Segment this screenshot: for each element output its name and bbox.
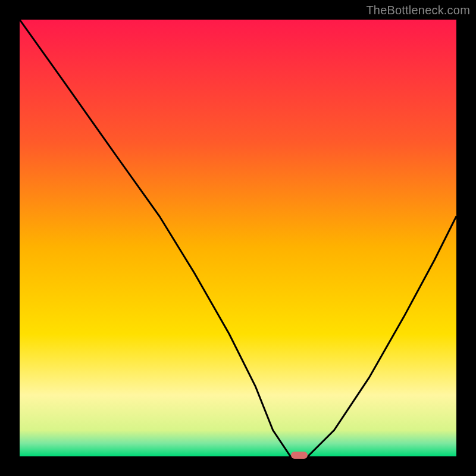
plot-svg — [20, 20, 456, 456]
gradient-background — [20, 20, 456, 456]
watermark-text: TheBottleneck.com — [366, 4, 470, 17]
plot-area — [20, 20, 456, 456]
optimal-marker — [291, 452, 308, 459]
chart-frame: TheBottleneck.com — [0, 0, 476, 476]
